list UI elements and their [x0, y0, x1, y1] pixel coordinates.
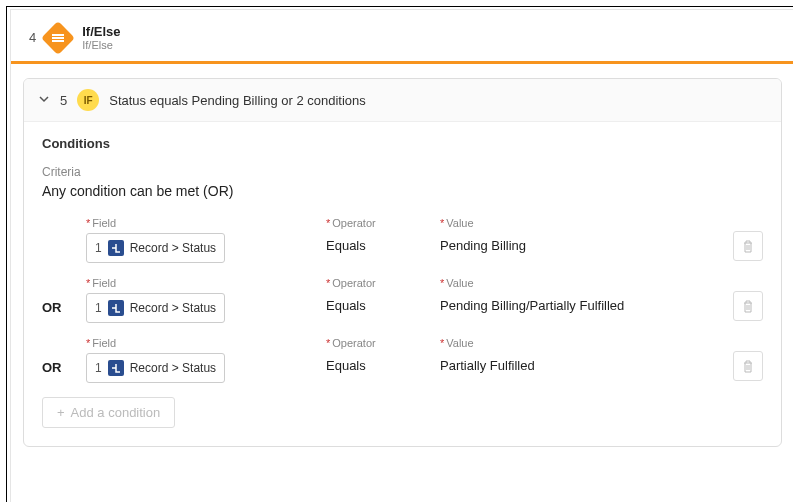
value-label: *Value	[440, 337, 723, 349]
row-prefix: OR	[42, 360, 86, 383]
plus-icon: +	[57, 405, 65, 420]
trash-icon	[742, 360, 754, 373]
row-prefix: OR	[42, 300, 86, 323]
value-text: Pending Billing/Partially Fulfilled	[440, 293, 723, 323]
record-icon	[108, 360, 124, 376]
value-text: Partially Fulfilled	[440, 353, 723, 383]
field-pill[interactable]: 1 Record > Status	[86, 293, 225, 323]
condition-row: OR *Field 1 Record > Status	[42, 337, 763, 383]
panel-body: Conditions Criteria Any condition can be…	[24, 122, 781, 446]
field-path: Record > Status	[130, 241, 216, 255]
panel-summary: Status equals Pending Billing or 2 condi…	[109, 93, 366, 108]
condition-row: OR *Field 1 Record > Status	[42, 277, 763, 323]
record-icon	[108, 300, 124, 316]
if-panel: 5 IF Status equals Pending Billing or 2 …	[23, 78, 782, 447]
operator-label: *Operator	[326, 337, 440, 349]
operator-label: *Operator	[326, 277, 440, 289]
field-pill[interactable]: 1 Record > Status	[86, 353, 225, 383]
panel-header[interactable]: 5 IF Status equals Pending Billing or 2 …	[24, 79, 781, 122]
step-subtitle: If/Else	[82, 39, 120, 51]
operator-label: *Operator	[326, 217, 440, 229]
trash-icon	[742, 240, 754, 253]
content: 5 IF Status equals Pending Billing or 2 …	[11, 64, 793, 461]
step-header: 4 If/Else If/Else	[11, 10, 793, 64]
operator-value: Equals	[326, 353, 440, 383]
record-icon	[108, 240, 124, 256]
field-label: *Field	[86, 217, 326, 229]
app-frame: 4 If/Else If/Else 5 IF Status equals Pen…	[6, 6, 793, 502]
trash-icon	[742, 300, 754, 313]
field-index: 1	[95, 241, 102, 255]
field-label: *Field	[86, 337, 326, 349]
delete-row-button[interactable]	[733, 291, 763, 321]
delete-row-button[interactable]	[733, 231, 763, 261]
field-index: 1	[95, 361, 102, 375]
field-path: Record > Status	[130, 361, 216, 375]
field-index: 1	[95, 301, 102, 315]
criteria-value: Any condition can be met (OR)	[42, 183, 763, 199]
chevron-down-icon[interactable]	[38, 93, 50, 108]
field-label: *Field	[86, 277, 326, 289]
criteria-label: Criteria	[42, 165, 763, 179]
step-title-block: If/Else If/Else	[82, 24, 120, 51]
add-condition-label: Add a condition	[71, 405, 161, 420]
field-pill[interactable]: 1 Record > Status	[86, 233, 225, 263]
delete-row-button[interactable]	[733, 351, 763, 381]
conditions-heading: Conditions	[42, 136, 763, 151]
step-number: 4	[29, 30, 36, 45]
branch-icon	[41, 21, 75, 55]
panel-step-number: 5	[60, 93, 67, 108]
card: 4 If/Else If/Else 5 IF Status equals Pen…	[10, 9, 793, 502]
if-badge: IF	[77, 89, 99, 111]
value-label: *Value	[440, 277, 723, 289]
field-path: Record > Status	[130, 301, 216, 315]
operator-value: Equals	[326, 293, 440, 323]
value-text: Pending Billing	[440, 233, 723, 263]
value-label: *Value	[440, 217, 723, 229]
condition-row: *Field 1 Record > Status *Operator	[42, 217, 763, 263]
add-condition-button[interactable]: + Add a condition	[42, 397, 175, 428]
row-prefix	[42, 255, 86, 263]
operator-value: Equals	[326, 233, 440, 263]
step-title: If/Else	[82, 24, 120, 39]
